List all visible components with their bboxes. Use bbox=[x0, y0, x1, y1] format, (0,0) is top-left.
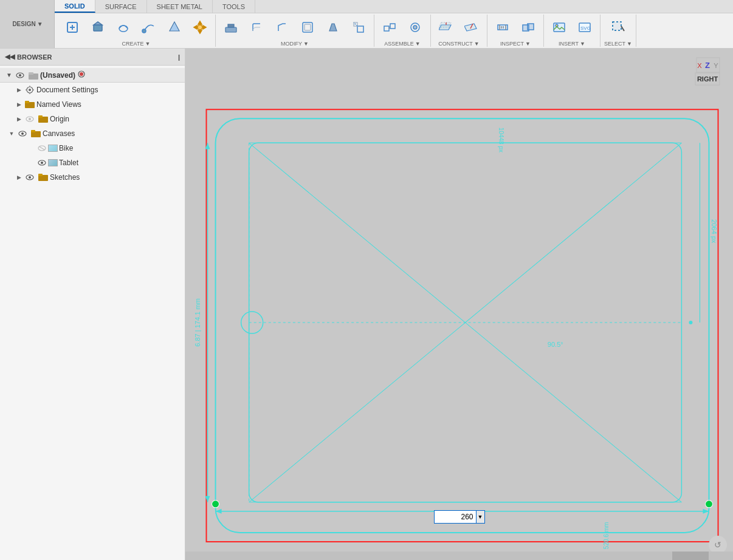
browser-header: ◀◀ BROWSER | bbox=[0, 49, 185, 66]
tab-solid[interactable]: SOLID bbox=[55, 0, 95, 13]
chamfer-tool[interactable] bbox=[270, 15, 294, 39]
canvases-eye-icon[interactable] bbox=[18, 129, 27, 138]
tab-surface[interactable]: SURFACE bbox=[95, 0, 147, 13]
insert-svg-tool[interactable]: SVG bbox=[573, 15, 596, 39]
group-create: CREATE ▼ bbox=[57, 15, 216, 47]
svg-point-6 bbox=[142, 29, 146, 33]
design-arrow: ▼ bbox=[37, 21, 43, 27]
angle-plane-tool[interactable] bbox=[460, 15, 483, 39]
new-body-tool[interactable] bbox=[61, 15, 84, 39]
browser-collapse-icon[interactable]: ◀◀ bbox=[5, 53, 15, 61]
measure-tool[interactable] bbox=[491, 15, 514, 39]
press-pull-tool[interactable] bbox=[219, 15, 243, 39]
tab-tools[interactable]: TOOLS bbox=[213, 0, 255, 13]
shell-tool[interactable] bbox=[296, 15, 319, 39]
sketches-eye-icon[interactable] bbox=[25, 172, 35, 182]
svg-marker-29 bbox=[464, 24, 477, 31]
svg-marker-4 bbox=[94, 22, 102, 25]
svg-point-25 bbox=[413, 26, 417, 29]
svg-rect-38 bbox=[554, 23, 565, 32]
group-inspect: INSPECT ▼ bbox=[487, 15, 544, 47]
svg-rect-3 bbox=[94, 25, 102, 31]
joint-tool[interactable] bbox=[378, 15, 401, 39]
dimension-dropdown[interactable]: ▼ bbox=[477, 510, 485, 524]
browser-header-left: ◀◀ BROWSER bbox=[5, 53, 52, 61]
select-label[interactable]: SELECT ▼ bbox=[604, 41, 632, 47]
construct-label[interactable]: CONSTRUCT ▼ bbox=[438, 41, 479, 47]
select-tool[interactable] bbox=[607, 15, 630, 39]
tree-item-origin[interactable]: ▶ Origin bbox=[0, 112, 185, 126]
svg-rect-56 bbox=[25, 101, 29, 103]
tree-item-sketches[interactable]: ▶ Sketches bbox=[0, 170, 185, 185]
assemble-items bbox=[378, 15, 427, 39]
assemble-label[interactable]: ASSEMBLE ▼ bbox=[384, 41, 420, 47]
origin-folder-icon bbox=[38, 114, 48, 124]
rigid-group-tool[interactable] bbox=[404, 15, 427, 39]
modify-label[interactable]: MODIFY ▼ bbox=[281, 41, 309, 47]
create-label[interactable]: CREATE ▼ bbox=[122, 41, 151, 47]
svg-line-20 bbox=[354, 22, 357, 26]
sketches-arrow[interactable]: ▶ bbox=[15, 173, 23, 182]
svg-marker-17 bbox=[329, 24, 337, 31]
svg-rect-72 bbox=[38, 174, 43, 176]
root-label: (Unsaved) bbox=[40, 71, 75, 80]
scale-tool[interactable] bbox=[347, 15, 370, 39]
dimension-input[interactable] bbox=[434, 510, 477, 524]
tree-item-named-views[interactable]: ▶ Named Views bbox=[0, 97, 185, 112]
dim-text-right: 2064 px bbox=[711, 219, 718, 244]
design-button[interactable]: DESIGN ▼ bbox=[0, 0, 55, 48]
design-label: DESIGN bbox=[12, 21, 35, 27]
svg-rect-46 bbox=[29, 72, 33, 75]
tablet-small-dot bbox=[689, 321, 692, 324]
origin-arrow[interactable]: ▶ bbox=[15, 115, 23, 123]
sweep-tool[interactable] bbox=[137, 15, 160, 39]
canvases-arrow[interactable]: ▼ bbox=[7, 129, 16, 138]
bike-eye-icon[interactable] bbox=[37, 143, 47, 153]
svg-line-66 bbox=[39, 146, 45, 150]
scrollbar-thumb[interactable] bbox=[672, 551, 709, 560]
tablet-eye-icon[interactable] bbox=[37, 158, 47, 168]
insert-image-tool[interactable] bbox=[548, 15, 571, 39]
toolbar: DESIGN ▼ SOLID SURFACE SHEET METAL TOOLS bbox=[0, 0, 733, 49]
svg-rect-42 bbox=[613, 22, 621, 30]
handle-left[interactable] bbox=[212, 500, 219, 508]
browser-label: BROWSER bbox=[17, 53, 52, 61]
group-assemble: ASSEMBLE ▼ bbox=[374, 15, 431, 47]
named-views-arrow[interactable]: ▶ bbox=[15, 100, 23, 109]
revolve-tool[interactable] bbox=[112, 15, 135, 39]
root-eye-icon[interactable] bbox=[15, 70, 25, 80]
insert-label[interactable]: INSERT ▼ bbox=[559, 41, 585, 47]
tree-item-root[interactable]: ▼ (Unsaved) bbox=[0, 68, 185, 83]
svg-text:SVG: SVG bbox=[580, 26, 591, 31]
svg-point-50 bbox=[29, 89, 31, 91]
offset-plane-tool[interactable] bbox=[435, 15, 458, 39]
draft-tool[interactable] bbox=[322, 15, 345, 39]
svg-marker-10 bbox=[198, 30, 202, 33]
tree-item-document-settings[interactable]: ▶ Document Settings bbox=[0, 83, 185, 97]
construct-items bbox=[435, 15, 483, 39]
origin-eye-icon[interactable] bbox=[25, 114, 35, 124]
tree-item-canvases[interactable]: ▼ Canvases bbox=[0, 126, 185, 141]
group-insert: SVG INSERT ▼ bbox=[544, 15, 601, 47]
inspect-items bbox=[491, 15, 540, 39]
root-collapse-icon[interactable]: ▼ bbox=[5, 71, 13, 80]
horizontal-scrollbar[interactable] bbox=[185, 551, 733, 560]
tree-item-bike[interactable]: ▶ Bike bbox=[0, 141, 185, 155]
svg-point-44 bbox=[19, 74, 21, 77]
extrude-tool[interactable] bbox=[86, 15, 109, 39]
doc-settings-arrow[interactable]: ▶ bbox=[15, 86, 23, 94]
tab-sheet-metal[interactable]: SHEET METAL bbox=[147, 0, 213, 13]
canvases-folder-icon bbox=[31, 129, 41, 138]
svg-rect-14 bbox=[228, 24, 234, 27]
svg-marker-7 bbox=[170, 22, 179, 31]
tree-item-tablet[interactable]: ▶ Tablet bbox=[0, 155, 185, 170]
move-tool[interactable] bbox=[188, 15, 212, 39]
toolbar-sections: SOLID SURFACE SHEET METAL TOOLS bbox=[55, 0, 733, 48]
fillet-tool[interactable] bbox=[245, 15, 268, 39]
interference-tool[interactable] bbox=[517, 15, 540, 39]
svg-marker-9 bbox=[198, 21, 202, 24]
root-record-icon[interactable] bbox=[78, 70, 85, 80]
inspect-label[interactable]: INSPECT ▼ bbox=[500, 41, 531, 47]
loft-tool[interactable] bbox=[163, 15, 186, 39]
handle-right[interactable] bbox=[705, 500, 712, 508]
